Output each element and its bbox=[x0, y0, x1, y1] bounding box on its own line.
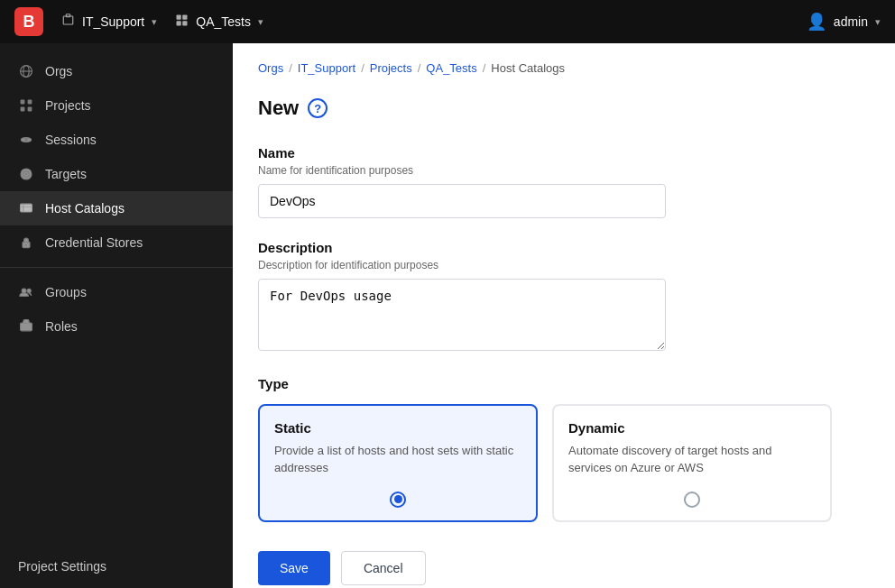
sidebar-item-orgs[interactable]: Orgs bbox=[0, 54, 233, 88]
sidebar-roles-label: Roles bbox=[45, 319, 78, 334]
description-sublabel: Description for identification purposes bbox=[258, 259, 870, 271]
breadcrumb-orgs[interactable]: Orgs bbox=[258, 61, 283, 75]
sidebar-orgs-label: Orgs bbox=[45, 64, 72, 78]
description-group: Description Description for identificati… bbox=[258, 240, 870, 354]
targets-icon bbox=[18, 166, 34, 182]
type-cards: Static Provide a list of hosts and host … bbox=[258, 404, 870, 522]
type-group: Type Static Provide a list of hosts and … bbox=[258, 376, 870, 522]
breadcrumb-sep-4: / bbox=[483, 61, 486, 75]
breadcrumb-qa-tests[interactable]: QA_Tests bbox=[426, 61, 476, 75]
main-content: Orgs / IT_Support / Projects / QA_Tests … bbox=[233, 43, 895, 588]
building-icon bbox=[61, 14, 75, 30]
project-label: QA_Tests bbox=[196, 14, 251, 29]
cancel-button[interactable]: Cancel bbox=[341, 551, 426, 585]
sidebar-project-settings[interactable]: Project Settings bbox=[0, 545, 233, 588]
project-selector[interactable]: QA_Tests ▾ bbox=[175, 14, 263, 30]
sidebar-divider bbox=[0, 267, 233, 268]
sidebar-item-projects[interactable]: Projects bbox=[0, 88, 233, 123]
dynamic-radio-circle bbox=[684, 492, 700, 508]
user-chevron: ▾ bbox=[875, 16, 881, 28]
static-title: Static bbox=[274, 420, 521, 436]
org-label: IT_Support bbox=[82, 14, 144, 29]
type-card-static[interactable]: Static Provide a list of hosts and host … bbox=[258, 404, 538, 522]
svg-rect-17 bbox=[21, 204, 32, 212]
static-radio-circle bbox=[390, 492, 406, 508]
credential-icon bbox=[18, 234, 34, 251]
sessions-icon bbox=[18, 132, 34, 148]
org-chevron: ▾ bbox=[152, 16, 157, 28]
action-row: Save Cancel bbox=[258, 551, 870, 585]
project-chevron: ▾ bbox=[258, 16, 263, 28]
name-input[interactable] bbox=[258, 184, 666, 218]
breadcrumb-projects[interactable]: Projects bbox=[370, 61, 412, 75]
svg-rect-5 bbox=[183, 21, 188, 25]
org-icon bbox=[18, 63, 34, 79]
static-desc: Provide a list of hosts and host sets wi… bbox=[274, 443, 521, 477]
description-label: Description bbox=[258, 240, 870, 255]
dynamic-radio bbox=[568, 492, 816, 508]
page-title: New bbox=[258, 96, 299, 120]
breadcrumb-sep-1: / bbox=[289, 61, 292, 75]
name-group: Name Name for identification purposes bbox=[258, 145, 870, 218]
svg-point-23 bbox=[27, 289, 31, 292]
svg-rect-9 bbox=[21, 100, 25, 105]
description-input[interactable] bbox=[258, 279, 666, 351]
org-selector[interactable]: IT_Support ▾ bbox=[61, 14, 157, 30]
sidebar-projects-label: Projects bbox=[45, 98, 91, 113]
svg-rect-0 bbox=[63, 16, 73, 24]
breadcrumb-sep-2: / bbox=[361, 61, 364, 75]
dynamic-title: Dynamic bbox=[568, 420, 816, 436]
svg-point-22 bbox=[22, 289, 26, 293]
user-avatar-icon: 👤 bbox=[807, 12, 826, 32]
sidebar: Orgs Projects Sessions Targets bbox=[0, 43, 233, 588]
sidebar-item-targets[interactable]: Targets bbox=[0, 157, 233, 191]
form-area: New ? Name Name for identification purpo… bbox=[233, 75, 895, 588]
breadcrumb: Orgs / IT_Support / Projects / QA_Tests … bbox=[233, 43, 895, 75]
svg-rect-10 bbox=[28, 100, 32, 105]
dynamic-desc: Automate discovery of target hosts and s… bbox=[568, 443, 816, 477]
sidebar-item-credential-stores[interactable]: Credential Stores bbox=[0, 225, 233, 260]
grid-icon bbox=[175, 14, 189, 30]
project-settings-label: Project Settings bbox=[18, 559, 106, 574]
sidebar-credential-label: Credential Stores bbox=[45, 235, 143, 250]
save-button[interactable]: Save bbox=[258, 551, 330, 585]
svg-rect-1 bbox=[66, 14, 70, 17]
svg-rect-12 bbox=[28, 107, 32, 112]
user-menu[interactable]: 👤 admin ▾ bbox=[807, 12, 881, 32]
svg-rect-3 bbox=[183, 15, 188, 20]
name-label: Name bbox=[258, 145, 870, 161]
page-title-row: New ? bbox=[258, 96, 870, 120]
name-sublabel: Name for identification purposes bbox=[258, 164, 870, 177]
svg-rect-2 bbox=[177, 15, 181, 20]
static-radio bbox=[274, 492, 521, 508]
sidebar-item-host-catalogs[interactable]: Host Catalogs bbox=[0, 191, 233, 225]
topbar: B IT_Support ▾ QA_Tests ▾ 👤 admin ▾ bbox=[0, 0, 895, 43]
sidebar-item-groups[interactable]: Groups bbox=[0, 275, 233, 309]
svg-rect-11 bbox=[21, 107, 25, 112]
svg-point-13 bbox=[24, 138, 28, 142]
breadcrumb-host-catalogs: Host Catalogs bbox=[491, 61, 565, 75]
svg-rect-24 bbox=[21, 323, 32, 331]
type-label: Type bbox=[258, 376, 870, 391]
type-card-dynamic[interactable]: Dynamic Automate discovery of target hos… bbox=[552, 404, 832, 522]
breadcrumb-sep-3: / bbox=[418, 61, 421, 75]
roles-icon bbox=[18, 318, 34, 335]
svg-point-21 bbox=[25, 244, 27, 246]
groups-icon bbox=[18, 284, 34, 300]
sidebar-host-catalogs-label: Host Catalogs bbox=[45, 201, 125, 216]
sidebar-item-sessions[interactable]: Sessions bbox=[0, 123, 233, 157]
help-icon[interactable]: ? bbox=[308, 98, 328, 118]
svg-rect-4 bbox=[177, 21, 181, 25]
sidebar-groups-label: Groups bbox=[45, 285, 87, 299]
sidebar-nav: Orgs Projects Sessions Targets bbox=[0, 43, 233, 545]
breadcrumb-it-support[interactable]: IT_Support bbox=[298, 61, 355, 75]
sidebar-sessions-label: Sessions bbox=[45, 133, 97, 147]
sidebar-item-roles[interactable]: Roles bbox=[0, 309, 233, 344]
svg-point-16 bbox=[25, 173, 27, 175]
user-label: admin bbox=[834, 14, 868, 29]
app-logo: B bbox=[14, 7, 43, 36]
host-catalogs-icon bbox=[18, 200, 34, 216]
projects-icon bbox=[18, 97, 34, 114]
layout: Orgs Projects Sessions Targets bbox=[0, 43, 895, 588]
sidebar-targets-label: Targets bbox=[45, 167, 87, 181]
